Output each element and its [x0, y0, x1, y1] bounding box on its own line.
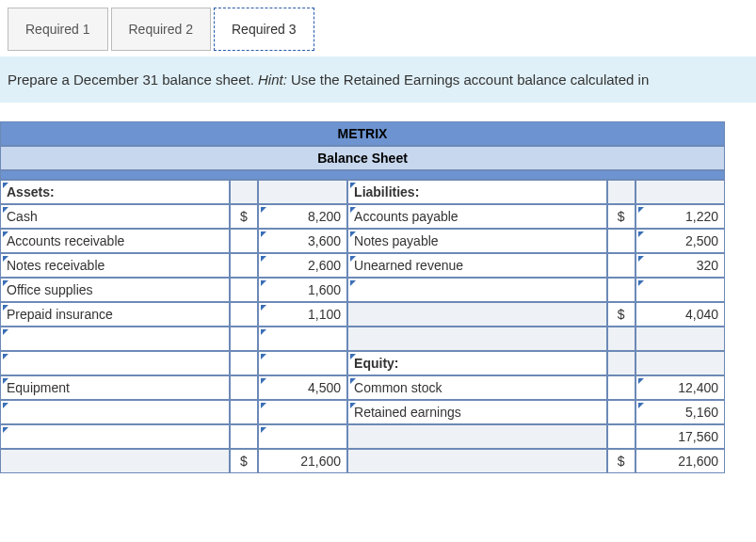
liab-value[interactable]	[635, 278, 725, 302]
blank-cell	[347, 424, 607, 449]
asset-value[interactable]	[258, 400, 347, 424]
assets-total: 21,600	[258, 449, 347, 473]
asset-value[interactable]: 1,600	[258, 278, 347, 302]
equity-subtotal: 17,560	[635, 424, 725, 449]
asset-label[interactable]	[0, 424, 230, 449]
currency-symbol	[607, 229, 635, 253]
sheet-title: Balance Sheet	[0, 146, 725, 170]
grand-total: 21,600	[635, 449, 725, 473]
blank-cell	[635, 327, 725, 351]
currency-symbol: $	[230, 449, 258, 473]
tabs-bar: Required 1 Required 2 Required 3	[8, 8, 756, 51]
currency-symbol: $	[230, 204, 258, 229]
liab-value[interactable]: 1,220	[635, 204, 725, 229]
currency-symbol: $	[607, 449, 635, 473]
tab-required-1[interactable]: Required 1	[8, 8, 108, 51]
blank-cell	[607, 351, 635, 375]
liab-total: 4,040	[635, 302, 725, 327]
asset-label[interactable]	[0, 400, 230, 424]
liab-label[interactable]	[347, 278, 607, 302]
currency-symbol	[230, 424, 258, 449]
liab-value[interactable]: 2,500	[635, 229, 725, 253]
currency-symbol	[230, 302, 258, 327]
blank-cell	[0, 449, 230, 473]
instruction-post: Use the Retained Earnings account balanc…	[287, 72, 649, 88]
asset-value[interactable]	[258, 424, 347, 449]
liab-label[interactable]: Accounts payable	[347, 204, 607, 229]
assets-header[interactable]: Assets:	[0, 180, 230, 204]
asset-value[interactable]: 8,200	[258, 204, 347, 229]
asset-value[interactable]	[258, 327, 347, 351]
currency-symbol	[230, 400, 258, 424]
asset-label[interactable]: Equipment	[0, 375, 230, 400]
currency-symbol	[230, 375, 258, 400]
asset-label[interactable]: Cash	[0, 204, 230, 229]
asset-value[interactable]	[258, 351, 347, 375]
equity-label[interactable]: Retained earnings	[347, 400, 607, 424]
equity-header[interactable]: Equity:	[347, 351, 607, 375]
tab-required-3[interactable]: Required 3	[214, 8, 314, 51]
instruction-banner: Prepare a December 31 balance sheet. Hin…	[0, 56, 756, 103]
liab-label[interactable]: Notes payable	[347, 229, 607, 253]
liab-label[interactable]: Unearned revenue	[347, 253, 607, 278]
equity-label[interactable]: Common stock	[347, 375, 607, 400]
liab-value[interactable]: 320	[635, 253, 725, 278]
currency-symbol	[230, 253, 258, 278]
balance-sheet-table: METRIX Balance Sheet Assets: Liabilities…	[0, 121, 725, 473]
blank-cell	[607, 327, 635, 351]
asset-label[interactable]: Prepaid insurance	[0, 302, 230, 327]
asset-value[interactable]: 3,600	[258, 229, 347, 253]
currency-symbol	[607, 253, 635, 278]
blank-cell	[230, 180, 258, 204]
company-name: METRIX	[0, 121, 725, 146]
currency-symbol	[607, 278, 635, 302]
blank-cell	[347, 449, 607, 473]
blank-cell	[635, 180, 725, 204]
hint-label: Hint:	[258, 72, 287, 88]
currency-symbol: $	[607, 302, 635, 327]
blank-cell	[635, 351, 725, 375]
blank-cell	[347, 327, 607, 351]
currency-symbol	[607, 424, 635, 449]
asset-value[interactable]: 2,600	[258, 253, 347, 278]
currency-symbol	[607, 400, 635, 424]
currency-symbol	[230, 229, 258, 253]
currency-symbol	[230, 351, 258, 375]
currency-symbol	[230, 278, 258, 302]
asset-value[interactable]: 1,100	[258, 302, 347, 327]
instruction-pre: Prepare a December 31 balance sheet.	[8, 72, 258, 88]
blank-cell	[347, 302, 607, 327]
asset-label[interactable]: Accounts receivable	[0, 229, 230, 253]
blank-cell	[607, 180, 635, 204]
tab-required-2[interactable]: Required 2	[111, 8, 212, 51]
spacer	[0, 170, 725, 180]
currency-symbol: $	[607, 204, 635, 229]
asset-label[interactable]	[0, 351, 230, 375]
asset-value[interactable]: 4,500	[258, 375, 347, 400]
asset-label[interactable]: Office supplies	[0, 278, 230, 302]
asset-label[interactable]: Notes receivable	[0, 253, 230, 278]
equity-value[interactable]: 12,400	[635, 375, 725, 400]
asset-label[interactable]	[0, 327, 230, 351]
blank-cell	[258, 180, 347, 204]
equity-value[interactable]: 5,160	[635, 400, 725, 424]
liabilities-header[interactable]: Liabilities:	[347, 180, 607, 204]
currency-symbol	[607, 375, 635, 400]
currency-symbol	[230, 327, 258, 351]
